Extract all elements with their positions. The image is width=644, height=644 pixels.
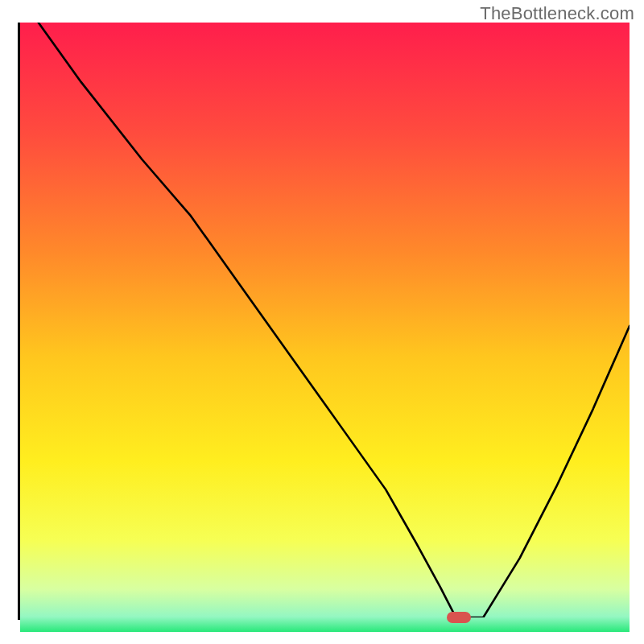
plot-area: [18, 23, 630, 620]
curve-layer: [20, 23, 630, 617]
watermark-text: TheBottleneck.com: [480, 3, 634, 24]
bottleneck-curve: [39, 23, 630, 617]
optimum-marker: [447, 612, 471, 623]
bottleneck-chart: TheBottleneck.com: [0, 0, 644, 644]
